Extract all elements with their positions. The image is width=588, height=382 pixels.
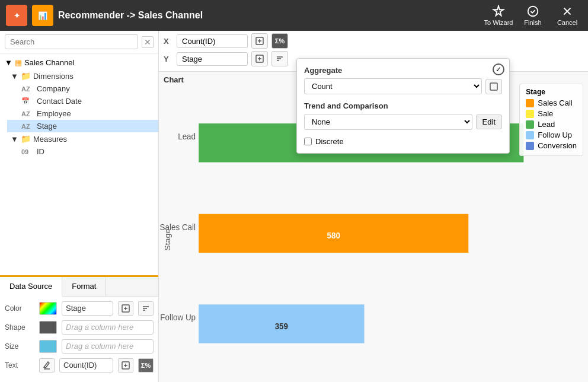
- aggregate-label: Aggregate: [304, 66, 502, 75]
- legend-swatch-sales-call: [526, 99, 534, 107]
- shape-label: Shape: [5, 323, 34, 332]
- discrete-checkbox[interactable]: [304, 138, 312, 145]
- legend-item-lead: Lead: [526, 120, 577, 129]
- x-row: X Count(ID) Σ%: [164, 33, 583, 49]
- az-icon-2: AZ: [21, 110, 33, 117]
- wizard-button[interactable]: To Wizard: [484, 5, 513, 26]
- aggregate-popup: ✓ Aggregate Count Trend and Comparison N…: [296, 58, 510, 154]
- search-input[interactable]: [5, 34, 138, 49]
- tree-item-company[interactable]: AZ Company: [7, 82, 158, 95]
- toolbar: ✦ 📊 Recommender -> Sales Channel To Wiza…: [0, 0, 588, 31]
- text-value[interactable]: Count(ID): [59, 358, 113, 373]
- x-field[interactable]: Count(ID): [177, 34, 248, 48]
- legend-item-conversion: Conversion: [526, 141, 577, 150]
- legend-label-sales-call: Sales Call: [538, 98, 573, 107]
- legend-swatch-follow-up: [526, 131, 534, 139]
- tree-item-id-label: ID: [37, 147, 154, 156]
- chart-legend: Stage Sales Call Sale Lead Follow Up: [519, 84, 583, 156]
- trend-select[interactable]: None: [304, 114, 472, 130]
- logo-red-icon: ✦: [14, 11, 20, 20]
- x-label: X: [164, 37, 173, 46]
- y-field[interactable]: Stage: [177, 52, 248, 66]
- dimensions-group: ▼ 📁 Dimensions AZ Company 📅 Contact Date…: [7, 69, 158, 132]
- expand-icon-measures: ▼: [11, 135, 18, 144]
- search-box: ✕: [0, 31, 158, 53]
- x-edit-btn[interactable]: [251, 33, 268, 49]
- legend-swatch-lead: [526, 120, 534, 129]
- size-field-row: Size Drag a column here: [5, 339, 154, 354]
- measures-group: ▼ 📁 Measures 09 ID: [7, 132, 158, 158]
- calendar-icon: 📅: [21, 97, 33, 105]
- legend-swatch-sale: [526, 110, 534, 118]
- aggregate-select[interactable]: Count: [304, 78, 482, 94]
- svg-text:Sales Call: Sales Call: [160, 223, 196, 232]
- trend-select-row: None Edit: [304, 114, 502, 130]
- tree-item-company-label: Company: [37, 84, 154, 93]
- x-sigma-btn[interactable]: Σ%: [271, 33, 288, 49]
- logo-orange: 📊: [32, 5, 53, 26]
- tree-item-contact-date[interactable]: 📅 Contact Date: [7, 95, 158, 107]
- text-edit-btn[interactable]: [39, 358, 55, 373]
- color-label: Color: [5, 304, 34, 313]
- finish-label: Finish: [524, 19, 541, 26]
- legend-item-sales-call: Sales Call: [526, 98, 577, 107]
- y-edit-btn[interactable]: [251, 51, 268, 66]
- svg-point-0: [528, 7, 538, 17]
- cancel-label: Cancel: [557, 19, 577, 26]
- tree-item-employee-label: Employee: [37, 109, 154, 118]
- y-label: Y: [164, 55, 173, 63]
- color-edit-icon[interactable]: [118, 301, 133, 316]
- tree-root-label: Sales Channel: [24, 58, 75, 67]
- table-icon: ▦: [15, 58, 22, 67]
- size-label: Size: [5, 342, 34, 351]
- svg-text:Follow Up: Follow Up: [160, 313, 196, 322]
- num-icon: 09: [21, 148, 33, 155]
- trend-edit-btn[interactable]: Edit: [476, 114, 502, 129]
- text-func-icon[interactable]: [118, 358, 133, 373]
- size-swatch[interactable]: [39, 340, 57, 353]
- discrete-label: Discrete: [315, 137, 344, 146]
- aggregate-select-row: Count: [304, 78, 502, 94]
- legend-swatch-conversion: [526, 142, 534, 150]
- aggregate-icon-btn[interactable]: [485, 79, 502, 94]
- finish-button[interactable]: Finish: [518, 5, 548, 26]
- measures-label: Measures: [33, 135, 67, 144]
- legend-item-sale: Sale: [526, 109, 577, 118]
- svg-rect-32: [490, 83, 497, 90]
- app-title: Recommender -> Sales Channel: [58, 10, 479, 21]
- trend-label: Trend and Comparison: [304, 101, 502, 110]
- popup-close-btn[interactable]: ✓: [493, 63, 504, 75]
- tab-format[interactable]: Format: [62, 277, 106, 296]
- bottom-tabs: Data Source Format: [0, 277, 158, 297]
- search-clear-button[interactable]: ✕: [142, 36, 154, 48]
- chart-icon: 📊: [38, 11, 47, 20]
- measures-header[interactable]: ▼ 📁 Measures: [7, 132, 158, 145]
- text-sigma-btn[interactable]: Σ%: [138, 358, 154, 373]
- tree-item-stage-label: Stage: [37, 122, 154, 130]
- shape-swatch[interactable]: [39, 321, 57, 334]
- dimensions-header[interactable]: ▼ 📁 Dimensions: [7, 69, 158, 82]
- color-value[interactable]: Stage: [62, 301, 113, 316]
- tree-item-stage[interactable]: AZ Stage: [7, 120, 158, 132]
- y-sort-btn[interactable]: [271, 51, 288, 66]
- tree-item-employee[interactable]: AZ Employee: [7, 107, 158, 120]
- wizard-label: To Wizard: [484, 19, 513, 26]
- legend-label-conversion: Conversion: [538, 141, 577, 150]
- size-placeholder[interactable]: Drag a column here: [62, 339, 154, 354]
- shape-placeholder[interactable]: Drag a column here: [62, 320, 154, 335]
- legend-item-follow-up: Follow Up: [526, 130, 577, 139]
- tree-root-sales-channel[interactable]: ▼ ▦ Sales Channel: [0, 56, 158, 69]
- legend-label-follow-up: Follow Up: [538, 130, 572, 139]
- tree-item-id[interactable]: 09 ID: [7, 145, 158, 158]
- bottom-content: Color Stage: [0, 297, 158, 382]
- tab-datasource[interactable]: Data Source: [0, 277, 62, 297]
- tree-item-contact-date-label: Contact Date: [37, 97, 154, 106]
- svg-text:359: 359: [275, 321, 289, 330]
- color-field-row: Color Stage: [5, 301, 154, 316]
- bottom-panel: Data Source Format Color Stage: [0, 275, 158, 382]
- shape-field-row: Shape Drag a column here: [5, 320, 154, 335]
- legend-title: Stage: [526, 88, 577, 96]
- color-sort-icon[interactable]: [138, 301, 154, 316]
- color-swatch[interactable]: [39, 302, 57, 315]
- cancel-button[interactable]: Cancel: [552, 5, 582, 26]
